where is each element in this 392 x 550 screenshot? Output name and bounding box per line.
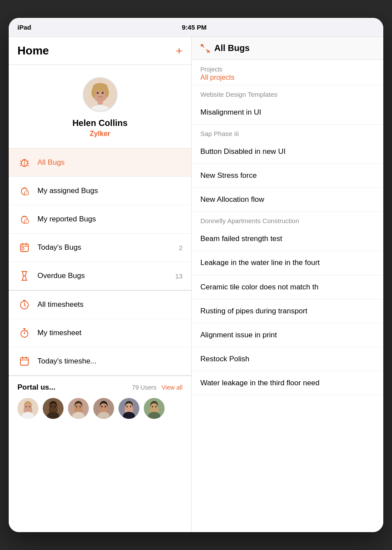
device-label: iPad — [17, 24, 31, 31]
profile-name: Helen Collins — [72, 118, 128, 128]
bug-item[interactable]: Water leakage in the third floor need — [192, 371, 383, 395]
sidebar-item-label: Today's timeshe... — [37, 357, 182, 366]
left-panel: Home + — [9, 37, 192, 532]
bug-title: Button Disabled in new UI — [200, 147, 375, 156]
bug-title: Restock Polish — [200, 354, 375, 364]
svg-text:+: + — [26, 192, 27, 195]
portal-title: Portal us... — [17, 383, 132, 392]
left-header: Home + — [9, 37, 191, 65]
profile-company: Zylker — [90, 130, 110, 138]
sidebar-item-label: All Bugs — [37, 158, 182, 167]
bug-item[interactable]: Misalignment in UI — [192, 101, 383, 125]
sidebar-item-label: All timesheets — [37, 300, 182, 309]
add-button[interactable]: + — [176, 44, 182, 58]
portal-section: Portal us... 79 Users View all — [9, 376, 191, 426]
bug-item[interactable]: Ceramic tile color does not match th — [192, 275, 383, 299]
timesheet-section: All timesheets My timesheet — [9, 291, 191, 376]
bug-title: Rusting of pipes during transport — [200, 306, 375, 316]
svg-line-13 — [27, 161, 29, 162]
portal-user-count: 79 Users — [132, 384, 156, 391]
sidebar-item-my-reported-bugs[interactable]: ! My reported Bugs — [9, 205, 191, 234]
overdue-bugs-badge: 13 — [175, 272, 182, 280]
bug-title: Leakage in the water line in the fourt — [200, 258, 375, 268]
sidebar-item-todays-bugs[interactable]: Today's Bugs 2 — [9, 234, 191, 262]
svg-point-6 — [105, 88, 109, 98]
bug-item[interactable]: Beam failed strength test — [192, 227, 383, 251]
right-panel: All Bugs Projects All projects Website D… — [192, 37, 383, 532]
sidebar-item-label: My timesheet — [37, 329, 182, 337]
svg-point-51 — [74, 403, 82, 412]
svg-point-73 — [152, 406, 153, 407]
bug-item[interactable]: Restock Polish — [192, 347, 383, 371]
svg-point-67 — [130, 406, 132, 407]
portal-avatar-3 — [68, 398, 89, 419]
svg-point-58 — [100, 403, 108, 412]
view-all-button[interactable]: View all — [162, 384, 182, 391]
svg-text:!: ! — [26, 220, 27, 224]
svg-line-12 — [20, 165, 21, 166]
sidebar-item-label: My reported Bugs — [37, 215, 182, 224]
svg-point-38 — [26, 406, 27, 407]
svg-point-7 — [96, 92, 98, 94]
bug-item[interactable]: Alignment issue in print — [192, 323, 383, 347]
svg-point-8 — [101, 92, 104, 94]
svg-rect-30 — [20, 358, 28, 365]
sidebar-item-label: Today's Bugs — [37, 243, 179, 252]
calendar-time-icon — [17, 354, 31, 368]
bug-list: Website Design Templates Misalignment in… — [192, 85, 383, 532]
time-display: 9:45 PM — [182, 24, 206, 31]
bug-group-header-website: Website Design Templates — [192, 85, 383, 101]
bug-item[interactable]: Leakage in the water line in the fourt — [192, 251, 383, 275]
right-panel-title: All Bugs — [214, 43, 250, 53]
sidebar-item-label: Overdue Bugs — [37, 272, 175, 280]
svg-point-52 — [76, 406, 78, 407]
portal-avatar-list — [17, 398, 182, 419]
avatar — [83, 77, 118, 112]
bugs-nav-section: All Bugs + My assigned Bugs — [9, 149, 191, 290]
stopwatch-icon — [17, 326, 31, 340]
bug-group-header-sap: Sap Phase Iii — [192, 125, 383, 140]
right-header: All Bugs — [192, 37, 383, 60]
sidebar-item-overdue-bugs[interactable]: Overdue Bugs 13 — [9, 262, 191, 290]
svg-point-46 — [54, 406, 56, 407]
bug-title: New Stress force — [200, 171, 375, 180]
svg-point-39 — [29, 406, 30, 407]
portal-avatar-5 — [118, 398, 139, 419]
bug-item[interactable]: New Allocation flow — [192, 188, 383, 212]
bug-title: Alignment issue in print — [200, 330, 375, 340]
svg-point-5 — [91, 88, 96, 98]
calendar-bug-icon — [17, 241, 31, 255]
svg-line-15 — [27, 165, 29, 166]
svg-line-10 — [20, 161, 21, 162]
svg-point-74 — [155, 406, 157, 407]
bug-item[interactable]: Rusting of pipes during transport — [192, 299, 383, 323]
bug-title: Beam failed strength test — [200, 234, 375, 244]
bug-title: Ceramic tile color does not match th — [200, 282, 375, 292]
hourglass-icon — [17, 269, 31, 283]
portal-avatar-2 — [43, 398, 64, 419]
svg-point-59 — [101, 406, 103, 407]
sidebar-item-label: My assigned Bugs — [37, 187, 182, 195]
sidebar-item-todays-timesheet[interactable]: Today's timeshe... — [9, 347, 191, 375]
svg-point-45 — [51, 406, 52, 407]
bug-item[interactable]: Button Disabled in new UI — [192, 140, 383, 164]
bug-item[interactable]: New Stress force — [192, 164, 383, 188]
sidebar-item-my-assigned-bugs[interactable]: + My assigned Bugs — [9, 177, 191, 205]
all-projects-link[interactable]: All projects — [200, 74, 375, 81]
svg-point-65 — [125, 403, 133, 412]
reported-bug-icon: ! — [17, 212, 31, 226]
portal-header: Portal us... 79 Users View all — [17, 383, 182, 392]
svg-point-60 — [105, 406, 106, 407]
profile-section: Helen Collins Zylker — [9, 65, 191, 149]
app-container: Home + — [9, 37, 383, 532]
todays-bugs-badge: 2 — [179, 244, 182, 251]
svg-rect-27 — [22, 248, 24, 250]
sidebar-item-all-timesheets[interactable]: All timesheets — [9, 291, 191, 319]
home-title: Home — [17, 44, 49, 58]
svg-point-72 — [150, 403, 158, 412]
sidebar-item-all-bugs[interactable]: All Bugs — [9, 149, 191, 177]
sidebar-item-my-timesheet[interactable]: My timesheet — [9, 319, 191, 347]
svg-point-37 — [24, 403, 32, 412]
bug-title: New Allocation flow — [200, 195, 375, 204]
expand-icon — [200, 44, 210, 53]
